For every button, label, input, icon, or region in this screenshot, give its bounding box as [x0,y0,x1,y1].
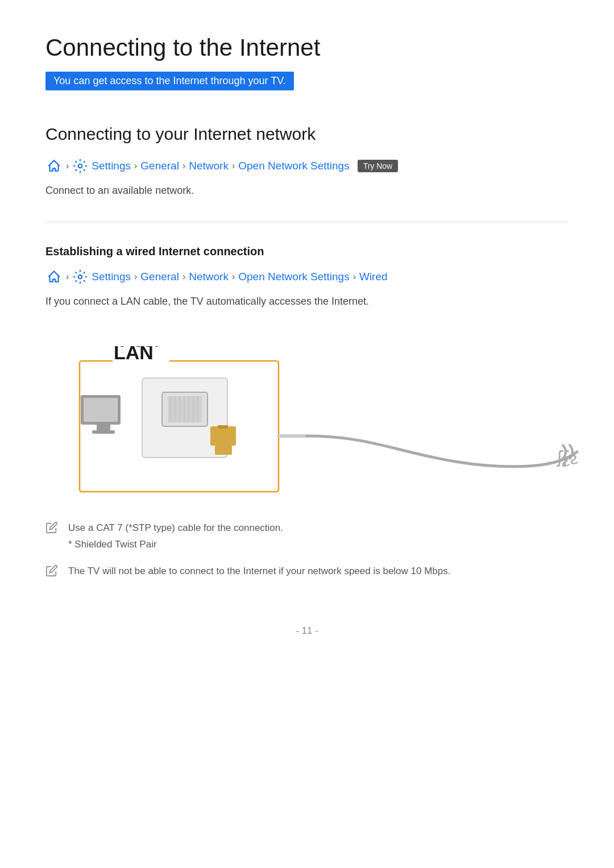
pencil-icon-2 [45,564,59,580]
note-item-2: The TV will not be able to connect to th… [45,563,569,580]
chevron-2: › [134,161,137,171]
settings-icon-1 [72,158,88,174]
settings-icon-2 [72,269,88,285]
chevron-4: › [232,161,235,171]
note-item-1: Use a CAT 7 (*STP type) cable for the co… [45,520,569,552]
chevron-7: › [182,272,185,282]
lan-diagram: LAN LAN [45,333,569,497]
chevron-5: › [66,272,69,282]
nav-path-1: › Settings › General › Network › Open Ne… [45,157,569,175]
nav-settings-1[interactable]: Settings [92,160,131,172]
pencil-icon-1 [45,521,59,537]
nav-wired[interactable]: Wired [359,271,388,283]
nav-network-2[interactable]: Network [189,271,229,283]
svg-point-1 [78,275,82,279]
nav-settings-2[interactable]: Settings [92,271,131,283]
subtitle-highlight: You can get access to the Internet throu… [45,72,294,90]
svg-rect-21 [215,446,232,455]
chevron-9: › [353,272,356,282]
svg-rect-22 [218,425,228,429]
svg-rect-12 [168,396,202,422]
chevron-1: › [66,161,69,171]
note-text-2: The TV will not be able to connect to th… [68,563,451,579]
nav-general-1[interactable]: General [140,160,179,172]
chevron-8: › [232,272,235,282]
nav-open-network-2[interactable]: Open Network Settings [238,271,349,283]
section1-description: Connect to an available network. [45,182,569,199]
try-now-badge[interactable]: Try Now [358,160,399,172]
note-text-1: Use a CAT 7 (*STP type) cable for the co… [68,520,283,552]
chevron-6: › [134,272,137,282]
svg-rect-9 [92,430,115,434]
svg-rect-7 [84,398,118,422]
nav-open-network-1[interactable]: Open Network Settings [238,160,349,172]
nav-path-2: › Settings › General › Network › Open Ne… [45,268,569,285]
page-footer: - 11 - [45,625,569,637]
svg-rect-20 [210,426,236,446]
diagram-svg: LAN LAN [45,344,580,503]
nav-general-2[interactable]: General [140,271,179,283]
section1-title: Connecting to your Internet network [45,124,569,144]
svg-point-0 [78,164,82,168]
divider-1 [45,222,569,222]
notes-section: Use a CAT 7 (*STP type) cable for the co… [45,520,569,580]
chevron-3: › [182,161,185,171]
svg-text:LAN: LAN [114,344,154,363]
nav-network-1[interactable]: Network [189,160,229,172]
home-icon-2 [45,268,63,285]
section2-title: Establishing a wired Internet connection [45,245,569,258]
page-title: Connecting to the Internet [45,34,569,61]
section2-description: If you connect a LAN cable, the TV autom… [45,293,569,310]
home-icon [45,157,63,175]
